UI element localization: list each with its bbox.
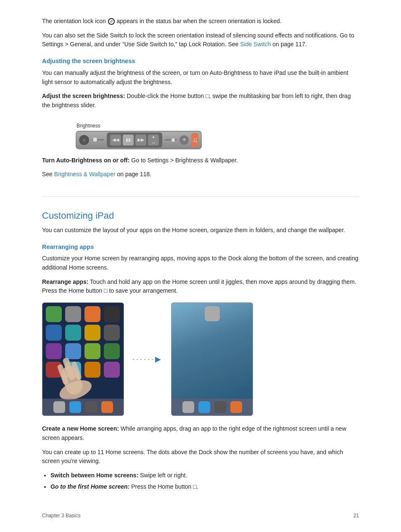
app-icon-8 (104, 325, 120, 341)
app-icon-1 (46, 306, 62, 322)
app-icon-4 (104, 306, 120, 322)
settings-icon-top (205, 306, 220, 321)
brightness-low-icon: ☼ (79, 135, 89, 145)
dock-safari (69, 401, 81, 413)
create-home-p: Create a new Home screen: While arrangin… (42, 424, 359, 442)
rearrange-apps-p: Rearrange apps: Touch and hold any app o… (42, 278, 359, 296)
customizing-p1: You can customize the layout of your app… (42, 226, 359, 235)
page-number: 21 (354, 512, 359, 519)
right-dock-more (214, 401, 226, 413)
home-screens-p: You can create up to 11 Home screens. Th… (42, 448, 359, 466)
brightness-right-thumb (171, 138, 175, 142)
auto-brightness-text: Go to Settings > Brightness & Wallpaper. (129, 157, 237, 164)
orientation-lock-p1: The orientation lock icon ↺ appears in t… (42, 17, 359, 26)
section-divider (42, 196, 359, 197)
app-icon-16 (104, 362, 120, 378)
bullet-list: Switch between Home screens: Swipe left … (50, 471, 359, 491)
right-dock-music (230, 401, 242, 413)
brightness-thumb (93, 138, 97, 142)
screenshots-row: ······▶ (42, 302, 359, 416)
brightness-left-track (92, 139, 104, 140)
right-dock-safari (198, 401, 210, 413)
airplay-button[interactable]: ▲▭ (148, 135, 159, 146)
create-home-label: Create a new Home screen: (42, 425, 119, 432)
bullet-2-text: Press the Home button □. (129, 483, 198, 490)
play-pause-button[interactable]: ▮▮ (123, 135, 134, 146)
dock-more (85, 401, 97, 413)
app-icon-6 (65, 325, 81, 341)
forward-button[interactable]: ▶▶ (135, 135, 146, 146)
bullet-1-bold: Switch between Home screens: (50, 472, 138, 479)
adjust-brightness-label: Adjust the screen brightness: (42, 93, 125, 99)
brightness-bar-container: Brightness ☼ ◀◀ ▮▮ ▶▶ ▲▭ ☀ ♫ (76, 122, 202, 149)
rearrange-text: Touch and hold any app on the Home scree… (42, 278, 356, 294)
right-ipad-dock (171, 399, 253, 416)
auto-brightness-label: Turn Auto-Brightness on or off: (42, 157, 129, 164)
orientation-lock-p2: You can also set the Side Switch to lock… (42, 31, 359, 49)
app-icon-12 (104, 343, 120, 359)
ipad-screenshot-right (171, 302, 253, 416)
brightness-adjust-p: Adjust the screen brightness: Double-cli… (42, 92, 359, 110)
app-icon-7 (84, 325, 100, 341)
brightness-bar: ☼ ◀◀ ▮▮ ▶▶ ▲▭ ☀ ♫ (76, 131, 202, 149)
bullet-1-text: Swipe left or right. (138, 472, 187, 479)
auto-brightness-p: Turn Auto-Brightness on or off: Go to Se… (42, 156, 359, 165)
brightness-right-track (165, 139, 177, 140)
page: The orientation lock icon ↺ appears in t… (0, 0, 401, 532)
app-icon-2 (65, 306, 81, 322)
footer: Chapter 3 Basics 21 (42, 512, 359, 519)
music-app-icon: ♫ (191, 133, 198, 147)
rearranging-heading: Rearranging apps (42, 243, 359, 252)
customizing-heading: Customizing iPad (42, 209, 359, 222)
rearrange-label: Rearrange apps: (42, 278, 88, 285)
brightness-heading: Adjusting the screen brightness (42, 57, 359, 66)
dotted-arrow: ······▶ (132, 354, 163, 365)
side-switch-link[interactable]: Side Switch (240, 41, 271, 48)
app-icon-5 (46, 325, 62, 341)
left-ipad-dock (42, 399, 124, 416)
chapter-label: Chapter 3 Basics (42, 512, 80, 519)
rearranging-p1: Customize your Home screen by rearrangin… (42, 254, 359, 272)
rewind-button[interactable]: ◀◀ (110, 135, 121, 146)
bullet-item-1: Switch between Home screens: Swipe left … (50, 471, 359, 480)
brightness-p1: You can manually adjust the brightness o… (42, 69, 359, 87)
bullet-item-2: Go to the first Home screen: Press the H… (50, 482, 359, 491)
right-dock-settings (182, 401, 194, 413)
dock-settings (53, 401, 65, 413)
brightness-wallpaper-link[interactable]: Brightness & Wallpaper (54, 171, 116, 177)
ipad-screenshot-left (42, 302, 124, 416)
app-icon-3 (84, 306, 100, 322)
see-brightness-p: See Brightness & Wallpaper on page 118. (42, 170, 359, 179)
brightness-bar-label: Brightness (77, 122, 202, 130)
media-controls: ◀◀ ▮▮ ▶▶ ▲▭ (107, 132, 162, 148)
dock-music (101, 401, 113, 413)
bullet-2-bold: Go to the first Home screen: (50, 483, 129, 490)
brightness-high-icon: ☀ (179, 135, 189, 145)
